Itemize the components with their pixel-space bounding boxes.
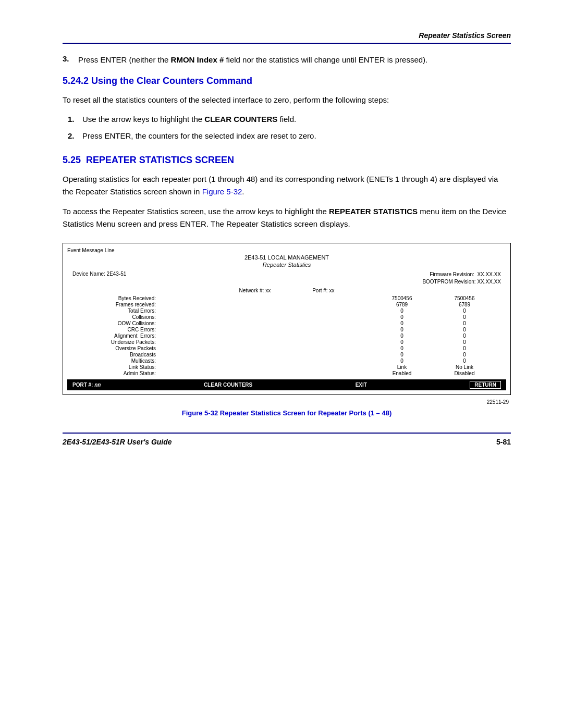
row-val1: 0: [386, 314, 418, 320]
row-label: OOW Collisions:: [93, 320, 156, 326]
section-525-para1: Operating statistics for each repeater p…: [63, 173, 511, 198]
row-val1: Link: [386, 364, 418, 370]
row-label: Oversize Packets: [93, 346, 156, 351]
row-label: Collisions:: [93, 314, 156, 320]
row-val2: 6789: [449, 302, 480, 307]
caption-text: Repeater Statistics Screen for Repeater …: [218, 409, 391, 417]
row-val1: Enabled: [386, 371, 418, 376]
figure-firmware: Firmware Revision: XX.XX.XX BOOTPROM Rev…: [422, 271, 501, 286]
footer-page: 5-81: [496, 438, 511, 446]
firmware-value: XX.XX.XX: [477, 272, 501, 277]
row-val1: 0: [386, 352, 418, 357]
page-header: Repeater Statistics Screen: [63, 31, 511, 44]
section-525-title: REPEATER STATISTICS SCREEN: [86, 155, 234, 165]
row-val1: 0: [386, 346, 418, 351]
table-row: Collisions: 0 0: [78, 314, 496, 320]
section-525-number: 5.25: [63, 155, 81, 165]
table-row: Bytes Received: 7500456 7500456: [78, 295, 496, 301]
row-label: Admin Status:: [93, 371, 156, 376]
figure-network-row: Network #: xx Port #: xx: [67, 288, 506, 293]
bottom-port: PORT #: nn: [72, 382, 101, 388]
row-values: 7500456 7500456: [386, 295, 480, 301]
page-container: Repeater Statistics Screen 3. Press ENTE…: [0, 0, 563, 728]
port-label: Port #: xx: [312, 288, 334, 293]
row-val1: 7500456: [386, 295, 418, 301]
row-val2: 0: [449, 327, 480, 332]
row-val1: 0: [386, 333, 418, 339]
row-val2: 0: [449, 346, 480, 351]
row-label: Undersize Packets:: [93, 339, 156, 345]
caption-num: Figure 5-32: [182, 409, 218, 417]
row-val2: 7500456: [449, 295, 480, 301]
section-524-heading: 5.24.2 Using the Clear Counters Command: [63, 76, 511, 87]
header-title: Repeater Statistics Screen: [419, 31, 511, 40]
row-values: Link No Link: [386, 364, 480, 370]
row-val1: 0: [386, 320, 418, 326]
figure-data-section: Bytes Received: 7500456 7500456 Frames r…: [67, 295, 506, 376]
row-values: Enabled Disabled: [386, 371, 480, 376]
figure-caption: Figure 5-32 Repeater Statistics Screen f…: [63, 409, 511, 417]
section-524-title: Using the Clear Counters Command: [91, 76, 252, 86]
bottom-return: RETURN: [470, 381, 501, 389]
row-val1: 0: [386, 327, 418, 332]
row-label: Alignment Errors:: [93, 333, 156, 339]
bottom-clear: CLEAR COUNTERS: [204, 382, 252, 388]
figure-device-row: Device Name: 2E43-51 Firmware Revision: …: [67, 271, 506, 286]
row-val2: 0: [449, 333, 480, 339]
step-1-num: 1.: [68, 114, 82, 126]
row-label: Multicasts:: [93, 358, 156, 364]
row-val1: 6789: [386, 302, 418, 307]
step-1-text: Use the arrow keys to highlight the CLEA…: [82, 114, 296, 126]
row-val2: 0: [449, 358, 480, 364]
row-values: 0 0: [386, 320, 480, 326]
row-val2: 0: [449, 308, 480, 314]
step-2-num: 2.: [68, 130, 82, 142]
row-values: 0 0: [386, 327, 480, 332]
section-524-intro: To reset all the statistics counters of …: [63, 94, 511, 106]
row-val2: 0: [449, 339, 480, 345]
figure-532-link[interactable]: Figure 5-32: [202, 187, 242, 196]
row-val1: 0: [386, 358, 418, 364]
row-values: 0 0: [386, 352, 480, 357]
table-row: OOW Collisions: 0 0: [78, 320, 496, 326]
intro-item-3: 3. Press ENTER (neither the RMON Index #…: [63, 54, 511, 66]
step-2: 2. Press ENTER, the counters for the sel…: [68, 130, 511, 142]
section-524-number: 5.24.2: [63, 76, 89, 86]
row-val1: 0: [386, 308, 418, 314]
row-label: Frames received:: [93, 302, 156, 307]
section-525-para2: To access the Repeater Statistics screen…: [63, 205, 511, 230]
row-label: Link Status:: [93, 364, 156, 370]
table-row: Multicasts: 0 0: [78, 358, 496, 364]
step-1: 1. Use the arrow keys to highlight the C…: [68, 114, 511, 126]
row-label: Broadcasts: [93, 352, 156, 357]
table-row: Alignment Errors: 0 0: [78, 333, 496, 339]
row-val2: 0: [449, 352, 480, 357]
row-values: 0 0: [386, 333, 480, 339]
step-2-text: Press ENTER, the counters for the select…: [82, 130, 316, 142]
para1-before: Operating statistics for each repeater p…: [63, 175, 498, 196]
figure-number: 22511-29: [63, 399, 511, 405]
table-row: Link Status: Link No Link: [78, 364, 496, 370]
figure-container: Event Message Line 2E43-51 LOCAL MANAGEM…: [63, 243, 511, 395]
figure-event-label: Event Message Line: [67, 248, 506, 253]
table-row: Frames received: 6789 6789: [78, 302, 496, 307]
figure-device-name: Device Name: 2E43-51: [72, 271, 126, 286]
repeater-stats-bold: REPEATER STATISTICS: [329, 207, 418, 216]
table-row: CRC Errors: 0 0: [78, 327, 496, 332]
intro-item3-num: 3.: [63, 54, 78, 63]
row-val2: Disabled: [449, 371, 480, 376]
row-label: CRC Errors:: [93, 327, 156, 332]
row-label: Total Errors:: [93, 308, 156, 314]
table-row: Undersize Packets: 0 0: [78, 339, 496, 345]
bootprom-label: BOOTPROM Revision: XX.XX.XX: [422, 279, 501, 285]
row-values: 0 0: [386, 339, 480, 345]
figure-mgmt-title: 2E43-51 LOCAL MANAGEMENT: [67, 254, 506, 261]
table-row: Admin Status: Enabled Disabled: [78, 371, 496, 376]
para2-before: To access the Repeater Statistics screen…: [63, 207, 329, 216]
figure-bottom-bar: PORT #: nn CLEAR COUNTERS EXIT RETURN: [67, 379, 506, 390]
footer-title: 2E43-51/2E43-51R User's Guide: [63, 438, 172, 446]
bottom-exit: EXIT: [356, 382, 367, 388]
row-val1: 0: [386, 339, 418, 345]
page-footer: 2E43-51/2E43-51R User's Guide 5-81: [63, 433, 511, 446]
row-values: 0 0: [386, 314, 480, 320]
